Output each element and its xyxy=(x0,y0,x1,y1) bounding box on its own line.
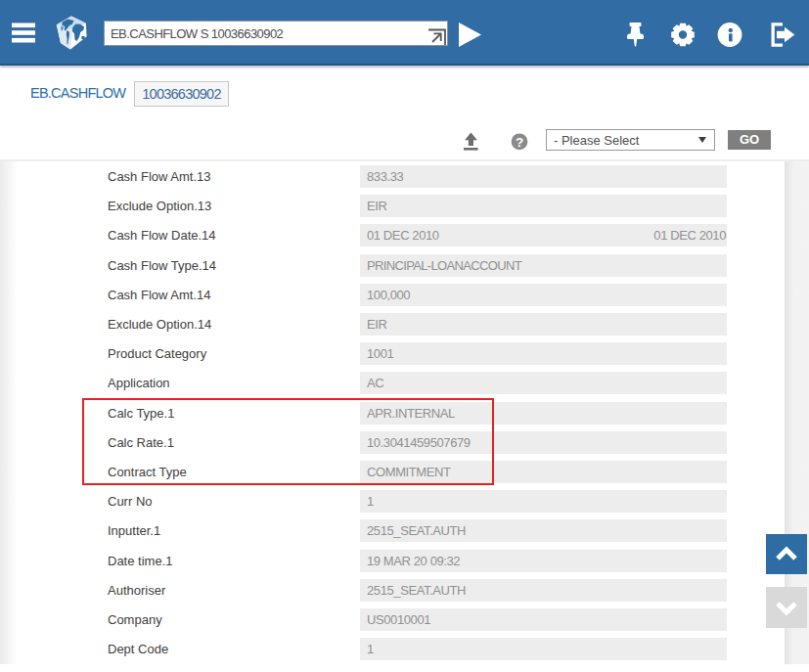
svg-text:?: ? xyxy=(516,135,523,150)
